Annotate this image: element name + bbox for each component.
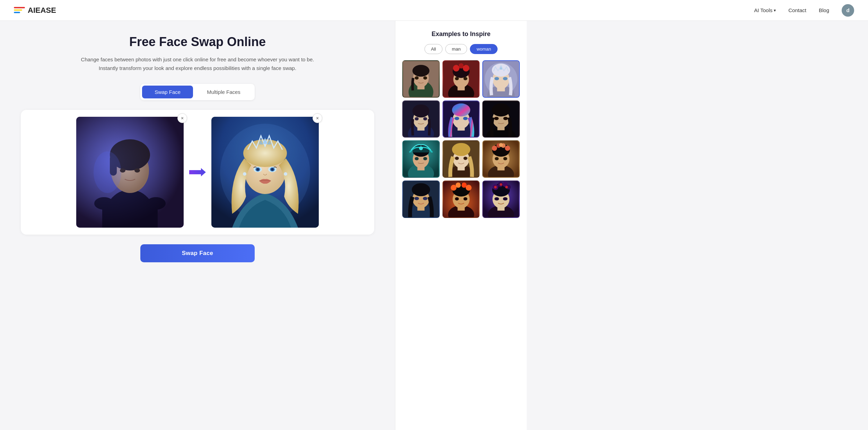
target-image-slot[interactable]: × bbox=[211, 117, 319, 228]
sidebar: Examples to Inspire All man woman bbox=[395, 21, 527, 430]
svg-point-77 bbox=[503, 117, 508, 120]
nav-ai-tools[interactable]: AI Tools ▾ bbox=[754, 7, 776, 13]
svg-point-1 bbox=[102, 190, 158, 228]
svg-point-45 bbox=[463, 65, 469, 71]
svg-rect-6 bbox=[110, 155, 117, 176]
portrait-svg bbox=[403, 141, 439, 177]
chevron-down-icon: ▾ bbox=[774, 8, 776, 13]
portrait-svg bbox=[403, 101, 439, 137]
svg-point-91 bbox=[455, 157, 459, 160]
filter-woman[interactable]: woman bbox=[470, 44, 498, 54]
svg-point-7 bbox=[94, 151, 121, 193]
filter-tabs: All man woman bbox=[402, 44, 520, 54]
svg-point-56 bbox=[503, 77, 508, 80]
grid-item[interactable] bbox=[402, 140, 440, 178]
svg-point-10 bbox=[94, 197, 114, 210]
svg-rect-3 bbox=[124, 177, 136, 191]
swap-area: × bbox=[21, 110, 374, 235]
grid-item[interactable] bbox=[482, 181, 520, 218]
svg-point-92 bbox=[463, 157, 467, 160]
navbar-nav: AI Tools ▾ Contact Blog d bbox=[754, 4, 854, 17]
grid-item[interactable] bbox=[402, 181, 440, 218]
svg-point-55 bbox=[494, 77, 499, 80]
user-avatar[interactable]: d bbox=[842, 4, 854, 17]
svg-point-84 bbox=[415, 157, 419, 160]
brand-name: AIEASE bbox=[28, 6, 56, 15]
svg-point-75 bbox=[492, 103, 510, 116]
portrait-svg bbox=[403, 181, 439, 217]
svg-point-109 bbox=[412, 183, 430, 196]
grid-item[interactable] bbox=[482, 100, 520, 138]
grid-item[interactable] bbox=[442, 100, 480, 138]
nav-contact[interactable]: Contact bbox=[788, 7, 806, 13]
svg-point-118 bbox=[455, 183, 461, 188]
logo-icon bbox=[14, 7, 25, 14]
svg-point-102 bbox=[499, 143, 503, 147]
svg-point-103 bbox=[495, 157, 499, 160]
svg-point-27 bbox=[256, 168, 259, 171]
svg-point-111 bbox=[423, 197, 427, 200]
filter-man[interactable]: man bbox=[445, 44, 467, 54]
portrait-svg bbox=[443, 101, 479, 137]
sidebar-title: Examples to Inspire bbox=[402, 30, 520, 38]
main-content: Free Face Swap Online Change faces betwe… bbox=[0, 21, 395, 430]
target-close-button[interactable]: × bbox=[313, 113, 322, 123]
svg-point-46 bbox=[455, 77, 459, 80]
grid-item[interactable] bbox=[402, 100, 440, 138]
svg-rect-2 bbox=[102, 200, 158, 228]
svg-point-76 bbox=[494, 117, 499, 120]
svg-point-5 bbox=[110, 139, 150, 170]
svg-point-83 bbox=[419, 146, 423, 150]
source-face-svg bbox=[76, 117, 184, 228]
svg-point-36 bbox=[415, 76, 419, 79]
grid-item[interactable] bbox=[402, 60, 440, 98]
svg-marker-12 bbox=[189, 168, 206, 176]
svg-point-121 bbox=[455, 197, 459, 200]
svg-point-110 bbox=[414, 197, 419, 200]
grid-item[interactable] bbox=[482, 140, 520, 178]
source-close-button[interactable]: × bbox=[177, 113, 187, 123]
svg-point-37 bbox=[423, 76, 427, 79]
grid-item[interactable] bbox=[442, 140, 480, 178]
portrait-svg bbox=[483, 181, 519, 217]
svg-point-120 bbox=[466, 185, 472, 191]
page-subtitle: Change faces between photos with just on… bbox=[73, 55, 322, 73]
grid-item[interactable] bbox=[442, 181, 480, 218]
svg-point-135 bbox=[494, 197, 499, 200]
filter-all[interactable]: All bbox=[424, 44, 442, 54]
svg-point-47 bbox=[463, 77, 467, 80]
svg-point-104 bbox=[503, 157, 507, 160]
image-grid bbox=[402, 60, 520, 218]
swap-face-button[interactable]: Swap Face bbox=[140, 244, 255, 262]
portrait-svg bbox=[403, 61, 439, 97]
portrait-svg bbox=[443, 181, 479, 217]
svg-point-90 bbox=[452, 143, 470, 156]
tab-multiple-faces[interactable]: Multiple Faces bbox=[194, 86, 253, 98]
svg-rect-0 bbox=[76, 117, 184, 228]
svg-point-43 bbox=[453, 65, 459, 71]
svg-point-24 bbox=[284, 172, 287, 176]
svg-point-69 bbox=[455, 117, 459, 120]
svg-point-8 bbox=[120, 168, 125, 173]
page-layout: Free Face Swap Online Change faces betwe… bbox=[0, 21, 868, 430]
arrow-connector bbox=[184, 167, 211, 178]
tab-swap-face[interactable]: Swap Face bbox=[142, 86, 193, 98]
navbar: AIEASE AI Tools ▾ Contact Blog d bbox=[0, 0, 868, 21]
target-face-svg bbox=[211, 117, 319, 228]
svg-point-68 bbox=[452, 103, 470, 116]
svg-point-30 bbox=[271, 168, 274, 171]
grid-item[interactable] bbox=[482, 60, 520, 98]
logo[interactable]: AIEASE bbox=[14, 6, 56, 15]
nav-blog[interactable]: Blog bbox=[819, 7, 829, 13]
grid-item[interactable] bbox=[442, 60, 480, 98]
source-face-image bbox=[76, 117, 184, 228]
tab-group: Swap Face Multiple Faces bbox=[140, 84, 255, 100]
source-image-slot[interactable]: × bbox=[76, 117, 184, 228]
svg-point-85 bbox=[423, 157, 427, 160]
tabs-container: Swap Face Multiple Faces bbox=[21, 84, 374, 100]
svg-point-101 bbox=[505, 146, 510, 151]
svg-point-136 bbox=[503, 197, 508, 200]
svg-point-9 bbox=[134, 168, 140, 173]
svg-point-134 bbox=[505, 186, 508, 188]
svg-point-132 bbox=[494, 186, 497, 188]
